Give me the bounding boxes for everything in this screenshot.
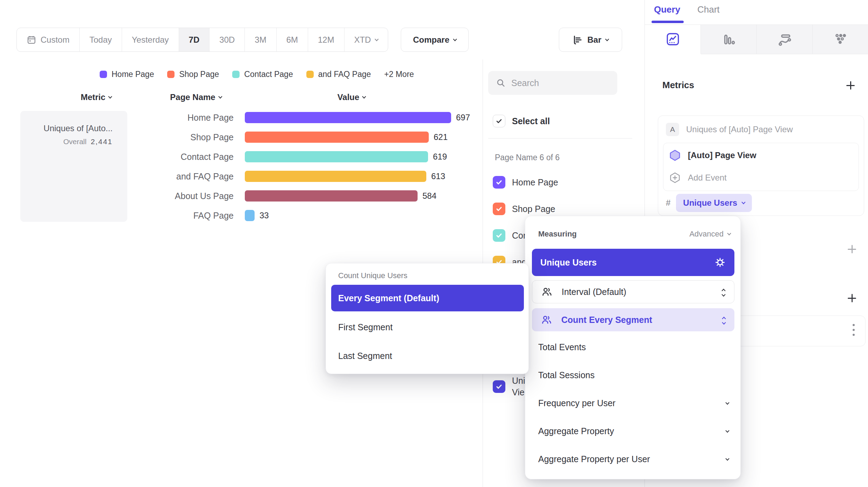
interval-selector[interactable]: Interval (Default): [532, 280, 734, 303]
chart-legend: Home Page Shop Page Contact Page and FAQ…: [100, 69, 414, 80]
people-icon: [541, 314, 552, 325]
date-range-6m[interactable]: 6M: [276, 28, 308, 51]
bar[interactable]: [245, 151, 428, 162]
chevron-down-icon: [453, 37, 457, 41]
measuring-option[interactable]: Aggregate Property: [538, 426, 729, 436]
search-box: [488, 71, 617, 95]
metric-column-header[interactable]: Metric: [65, 92, 128, 103]
tab-bar-chart[interactable]: [701, 25, 757, 54]
filter-item-clipped[interactable]: UniVie: [493, 375, 525, 398]
filter-item[interactable]: Home Page: [493, 176, 558, 189]
search-input[interactable]: [511, 78, 599, 88]
bar[interactable]: [245, 171, 426, 182]
checkbox-checked[interactable]: [493, 176, 505, 189]
measuring-title: Measuring: [538, 230, 577, 239]
checkbox-checked[interactable]: [493, 229, 505, 242]
select-all-row[interactable]: Select all: [493, 115, 550, 127]
table-row: About Us Page584: [140, 186, 436, 206]
legend-swatch: [100, 71, 107, 78]
measuring-option[interactable]: Frequency per User: [538, 398, 729, 408]
people-icon: [541, 286, 553, 297]
gear-icon[interactable]: [714, 256, 726, 268]
segment-option-selected[interactable]: Every Segment (Default): [331, 285, 524, 311]
date-range-yesterday[interactable]: Yesterday: [122, 28, 179, 51]
filter-item[interactable]: Shop Page: [493, 203, 555, 215]
check-icon: [496, 205, 503, 212]
chevron-down-icon: [741, 200, 745, 204]
filter-group-label: Page Name 6 of 6: [495, 153, 560, 162]
select-all-checkbox[interactable]: [493, 115, 505, 127]
date-range-3m[interactable]: 3M: [244, 28, 276, 51]
page-name-column-header[interactable]: Page Name: [159, 92, 233, 103]
count-segment-selector[interactable]: Count Every Segment: [532, 308, 734, 331]
active-tab-underline: [652, 21, 684, 23]
date-range-today[interactable]: Today: [79, 28, 122, 51]
chart-type-button[interactable]: Bar: [559, 28, 622, 52]
legend-more[interactable]: +2 More: [384, 70, 414, 79]
measurement-pill[interactable]: Unique Users: [676, 194, 752, 212]
metric-row: A Uniques of [Auto] Page View: [666, 123, 793, 136]
event-card: [Auto] Page View Add Event: [663, 143, 859, 191]
segment-dropdown-title: Count Unique Users: [338, 271, 407, 280]
hash-symbol: #: [666, 198, 670, 208]
date-range-group: Custom Today Yesterday 7D 30D 3M 6M 12M …: [16, 28, 388, 52]
check-icon: [496, 179, 503, 186]
add-metric-button[interactable]: [846, 80, 855, 90]
add-filter-button[interactable]: [847, 244, 857, 254]
measuring-option-selected[interactable]: Unique Users: [532, 249, 734, 276]
legend-item[interactable]: and FAQ Page: [306, 70, 371, 79]
date-range-xtd[interactable]: XTD: [344, 28, 388, 51]
compare-button[interactable]: Compare: [401, 28, 469, 52]
stepper-icon[interactable]: [722, 288, 725, 296]
tab-query[interactable]: Query: [654, 4, 680, 15]
date-range-30d[interactable]: 30D: [209, 28, 244, 51]
advanced-toggle[interactable]: Advanced: [689, 230, 731, 239]
table-row: Home Page697: [140, 108, 470, 127]
segment-option[interactable]: Last Segment: [338, 351, 392, 361]
divider: [488, 138, 632, 139]
tab-retention-chart[interactable]: [813, 25, 868, 54]
chevron-down-icon: [108, 94, 112, 98]
analytics-app: Custom Today Yesterday 7D 30D 3M 6M 12M …: [0, 0, 868, 487]
kebab-menu-icon[interactable]: [853, 324, 855, 339]
checkbox-checked[interactable]: [493, 380, 505, 393]
add-event-icon: [669, 172, 681, 184]
metric-definition-card[interactable]: A Uniques of [Auto] Page View [Auto] Pag…: [658, 115, 864, 216]
bar[interactable]: [245, 112, 451, 123]
measuring-option[interactable]: Total Events: [538, 342, 729, 352]
metric-cell[interactable]: Uniques of [Auto... Overall2,441: [20, 111, 127, 222]
checkbox-checked[interactable]: [493, 203, 505, 215]
legend-item[interactable]: Contact Page: [232, 70, 293, 79]
tab-insights-chart[interactable]: [645, 25, 701, 54]
bar[interactable]: [245, 190, 418, 202]
metrics-section-title: Metrics: [662, 80, 694, 91]
date-range-7d-active[interactable]: 7D: [179, 28, 209, 51]
measuring-option[interactable]: Aggregate Property per User: [538, 454, 729, 464]
event-row[interactable]: [Auto] Page View: [669, 149, 756, 161]
chevron-down-icon: [725, 429, 729, 432]
segment-dropdown: Count Unique Users Every Segment (Defaul…: [326, 263, 529, 374]
metric-overall: Overall2,441: [63, 137, 113, 146]
tab-flow-chart[interactable]: [757, 25, 813, 54]
add-event-row[interactable]: Add Event: [669, 172, 727, 184]
legend-item[interactable]: Home Page: [100, 70, 154, 79]
dots-grid-icon: [833, 32, 848, 47]
segment-option[interactable]: First Segment: [338, 322, 393, 332]
date-range-12m[interactable]: 12M: [308, 28, 344, 51]
column-chart-icon: [721, 32, 736, 47]
bar[interactable]: [245, 210, 255, 221]
measuring-option[interactable]: Total Sessions: [538, 370, 729, 380]
chevron-down-icon: [362, 94, 366, 98]
legend-swatch: [306, 71, 314, 78]
value-column-header[interactable]: Value: [316, 92, 386, 103]
add-breakdown-button[interactable]: [847, 293, 857, 303]
stepper-icon[interactable]: [723, 316, 725, 324]
chevron-down-icon: [605, 37, 609, 41]
bar[interactable]: [245, 132, 429, 143]
metric-title: Uniques of [Auto...: [44, 123, 113, 133]
date-range-custom[interactable]: Custom: [17, 28, 79, 51]
tab-chart[interactable]: Chart: [697, 4, 720, 15]
legend-item[interactable]: Shop Page: [167, 70, 219, 79]
chart-type-tabs: [645, 24, 868, 54]
chevron-down-icon: [218, 94, 222, 98]
